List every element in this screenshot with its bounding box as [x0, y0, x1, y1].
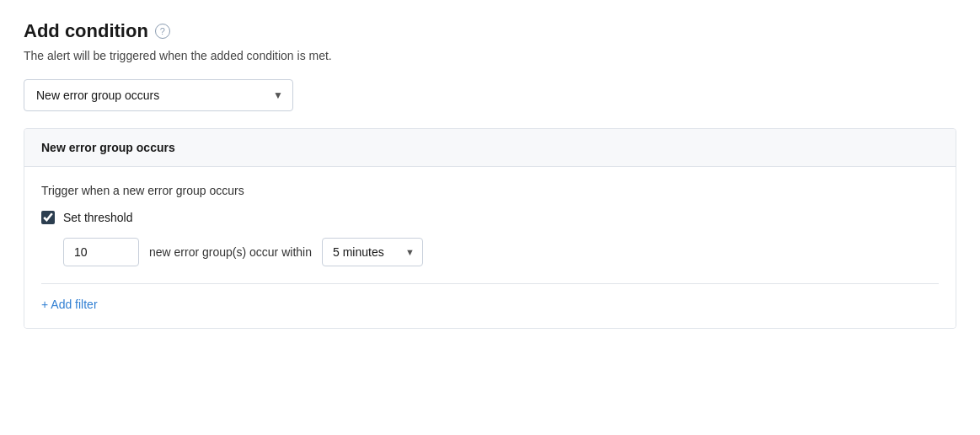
condition-select[interactable]: New error group occurs An error occurs m…: [24, 79, 293, 111]
threshold-value-input[interactable]: [63, 238, 139, 266]
condition-panel-body: Trigger when a new error group occurs Se…: [24, 167, 956, 328]
threshold-checkbox[interactable]: [41, 211, 55, 224]
trigger-description: Trigger when a new error group occurs: [41, 184, 939, 197]
add-filter-link[interactable]: + Add filter: [41, 298, 98, 311]
help-icon[interactable]: ?: [155, 24, 170, 39]
page-subtitle: The alert will be triggered when the add…: [24, 49, 956, 62]
page-container: Add condition ? The alert will be trigge…: [24, 20, 956, 329]
threshold-middle-text: new error group(s) occur within: [149, 245, 312, 259]
page-title: Add condition: [24, 20, 148, 42]
condition-select-wrapper: New error group occurs An error occurs m…: [24, 79, 293, 111]
section-divider: [41, 283, 939, 284]
time-select-wrapper: 1 minute 5 minutes 10 minutes 30 minutes…: [322, 238, 423, 266]
condition-panel: New error group occurs Trigger when a ne…: [24, 128, 956, 329]
time-period-select[interactable]: 1 minute 5 minutes 10 minutes 30 minutes…: [322, 238, 423, 266]
threshold-checkbox-label[interactable]: Set threshold: [63, 211, 133, 224]
condition-panel-header: New error group occurs: [24, 129, 956, 167]
threshold-checkbox-row: Set threshold: [41, 211, 939, 224]
threshold-row: new error group(s) occur within 1 minute…: [63, 238, 939, 266]
title-row: Add condition ?: [24, 20, 956, 42]
